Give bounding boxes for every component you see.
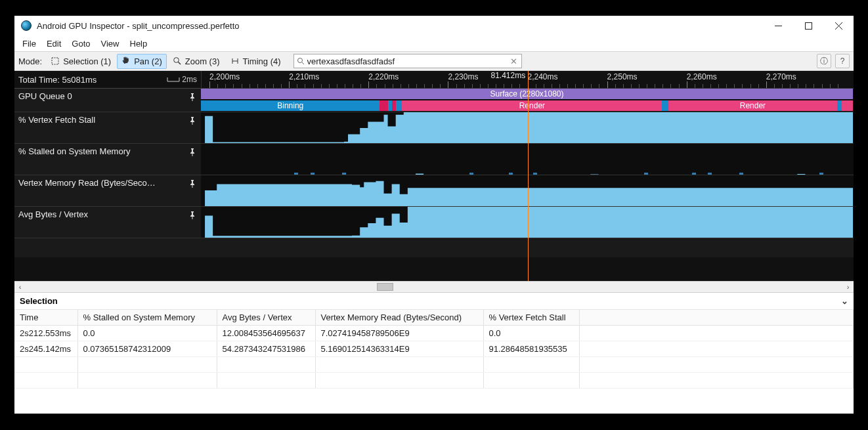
table-row[interactable]: 2s212.553ms0.012.0084535646956377.027419…: [14, 326, 854, 341]
selection-table: Time% Stalled on System MemoryAvg Bytes …: [14, 310, 854, 389]
table-cell: [579, 357, 854, 373]
table-row[interactable]: [14, 357, 854, 373]
pin-icon[interactable]: [188, 211, 197, 220]
track-label[interactable]: Avg Bytes / Vertex: [14, 206, 201, 238]
svg-rect-1: [52, 58, 58, 64]
slice[interactable]: Binning: [201, 100, 380, 111]
counter-area: [201, 181, 853, 206]
slice[interactable]: Render: [668, 100, 837, 111]
table-cell: 5.169012514363314E9: [315, 341, 483, 357]
pin-icon[interactable]: [188, 179, 197, 188]
table-cell: [483, 357, 579, 373]
menu-edit[interactable]: Edit: [41, 37, 66, 50]
menu-file[interactable]: File: [17, 37, 41, 50]
zoom-icon: [173, 56, 182, 66]
svg-rect-0: [805, 22, 812, 29]
track-label[interactable]: Vertex Memory Read (Bytes/Seco…: [14, 175, 201, 206]
menu-help[interactable]: Help: [125, 37, 153, 50]
help-button[interactable]: ?: [835, 54, 850, 68]
pin-icon[interactable]: [188, 148, 197, 157]
app-window: Android GPU Inspector - split_uncompress…: [14, 16, 854, 414]
table-cell: [14, 357, 77, 373]
track-name: % Vertex Fetch Stall: [18, 115, 95, 125]
slice[interactable]: [837, 100, 842, 111]
track-label[interactable]: % Stalled on System Memory: [14, 143, 201, 175]
time-marker[interactable]: [528, 71, 529, 281]
table-cell: [14, 373, 77, 389]
scale-label: 2ms: [182, 75, 197, 84]
counter-area: [201, 207, 853, 238]
time-marker-label: 81.412ms: [488, 71, 529, 80]
info-button[interactable]: ⓘ: [817, 54, 831, 68]
ruler-tick-label: 2,220ms: [368, 72, 399, 81]
slice[interactable]: [396, 100, 402, 111]
slice[interactable]: Surface (2280x1080): [201, 89, 853, 99]
track-name: Vertex Memory Read (Bytes/Seco…: [18, 178, 156, 188]
search-clear-icon[interactable]: ✕: [510, 56, 519, 66]
mode-label: Mode:: [18, 56, 42, 66]
search-input[interactable]: [307, 56, 510, 66]
table-row[interactable]: [14, 373, 854, 389]
window-minimize-button[interactable]: [763, 16, 793, 35]
menu-goto[interactable]: Goto: [66, 37, 95, 50]
mode-label-text: Pan (2): [134, 56, 162, 66]
horizontal-scrollbar[interactable]: ‹ ›: [14, 281, 854, 292]
table-cell: [315, 357, 483, 373]
slice[interactable]: [842, 100, 853, 111]
table-cell: [217, 373, 315, 389]
ruler-tick-label: 2,230ms: [448, 72, 478, 81]
total-time-label: Total Time: 5s081ms: [18, 75, 97, 85]
ruler-tick-label: 2,260ms: [687, 72, 717, 81]
table-cell: [217, 357, 315, 373]
app-icon: [21, 20, 32, 31]
menubar: FileEditGotoViewHelp: [14, 35, 854, 51]
mode-timing-button[interactable]: Timing (4): [226, 54, 286, 69]
time-ruler[interactable]: 2,200ms2,210ms2,220ms2,230ms2,240ms2,250…: [201, 71, 854, 88]
collapse-icon[interactable]: ⌄: [841, 296, 848, 306]
pin-icon[interactable]: [188, 93, 197, 102]
table-cell: [579, 373, 854, 389]
table-cell: 54.287343247531986: [217, 341, 315, 357]
table-cell: [77, 357, 217, 373]
mode-pan-button[interactable]: Pan (2): [117, 54, 167, 69]
window-maximize-button[interactable]: [793, 16, 823, 35]
window-close-button[interactable]: [823, 16, 854, 35]
scroll-thumb[interactable]: [377, 283, 393, 291]
mode-label-text: Zoom (3): [185, 56, 220, 66]
table-cell: 2s245.142ms: [14, 341, 77, 357]
scroll-left-icon[interactable]: ‹: [14, 283, 26, 291]
pan-icon: [121, 56, 131, 66]
ruler-tick-label: 2,270ms: [766, 72, 796, 81]
search-box[interactable]: ✕: [293, 54, 522, 68]
search-icon: [297, 57, 305, 65]
track-label[interactable]: % Vertex Fetch Stall: [14, 112, 201, 143]
table-row[interactable]: 2s245.142ms0.0736515874231200954.2873432…: [14, 341, 854, 357]
slice[interactable]: [380, 100, 387, 111]
pin-icon[interactable]: [188, 116, 197, 125]
ruler-tick-label: 2,200ms: [209, 72, 240, 81]
mode-selection-button[interactable]: Selection (1): [46, 54, 116, 69]
mode-label-text: Selection (1): [63, 56, 111, 66]
tracks-area: Total Time: 5s081ms 2ms 2,200ms2,210ms2,…: [14, 71, 854, 281]
track-name: Avg Bytes / Vertex: [18, 209, 88, 219]
column-header[interactable]: Avg Bytes / Vertex: [217, 310, 315, 326]
mode-zoom-button[interactable]: Zoom (3): [168, 54, 225, 69]
column-header[interactable]: % Vertex Fetch Stall: [483, 310, 579, 326]
column-header[interactable]: Time: [14, 310, 77, 326]
counter-area: [201, 112, 853, 143]
slice[interactable]: Render: [402, 100, 662, 111]
table-cell: 0.07365158742312009: [77, 341, 217, 357]
menu-view[interactable]: View: [96, 37, 125, 50]
scroll-right-icon[interactable]: ›: [842, 283, 854, 291]
toolbar: Mode: Selection (1)Pan (2)Zoom (3)Timing…: [14, 51, 854, 71]
track-name: % Stalled on System Memory: [18, 146, 131, 156]
table-cell: [315, 373, 483, 389]
slice[interactable]: [662, 100, 668, 111]
table-cell: [483, 373, 579, 389]
column-header[interactable]: % Stalled on System Memory: [77, 310, 217, 326]
column-header[interactable]: Vertex Memory Read (Bytes/Second): [315, 310, 483, 326]
scale-bracket-icon: [167, 77, 180, 82]
track-label[interactable]: GPU Queue 0: [14, 88, 201, 112]
selection-icon: [51, 56, 60, 66]
window-title: Android GPU Inspector - split_uncompress…: [37, 21, 240, 31]
